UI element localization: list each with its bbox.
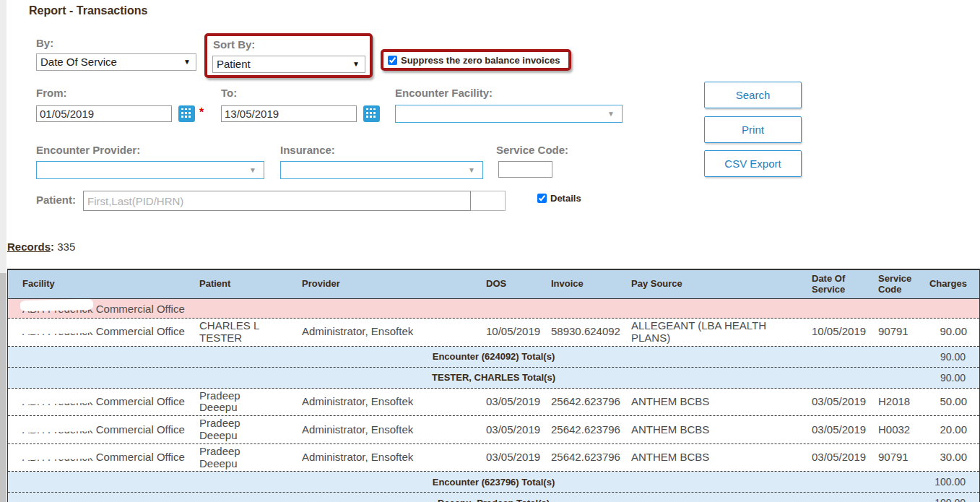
report-transactions-page: Report - Transactions By: Date Of Servic… [0,0,980,502]
col-header-pay-source: Pay Source [625,279,812,290]
print-button[interactable]: Print [704,116,802,143]
chevron-down-icon: ▼ [183,54,191,70]
chevron-down-icon: ▼ [607,105,615,122]
cell-pay-source: ANTHEM BCBS [625,396,812,408]
cell-date-of-service: 03/05/2019 [812,451,875,464]
transaction-row: ABH Frederick Commercial OfficePradeep D… [8,416,979,444]
cell-invoice: 25642.623796 [546,424,625,436]
cell-dos: 10/05/2019 [477,326,546,338]
redacted-facility-text: ABH Frederick [22,396,93,408]
chevron-down-icon: ▼ [249,162,256,178]
from-label: From: [36,87,67,99]
calendar-icon[interactable] [178,105,195,122]
cell-service-code: H0032 [875,424,923,436]
from-date-input[interactable] [36,105,172,122]
by-select[interactable]: Date Of Service ▼ [36,53,196,71]
cell-patient: Pradeep Deeepu [196,390,297,415]
cell-pay-source: ANTHEM BCBS [625,451,812,464]
calendar-icon[interactable] [363,105,380,122]
cell-facility: ABH Frederick Commercial Office [8,326,196,338]
cell-patient: Pradeep Deeepu [196,417,297,442]
highlight-box-sort-by: Sort By: Patient ▼ [204,33,373,78]
cell-patient: Pradeep Deeepu [196,446,297,470]
col-header-service-code: Service Code [875,274,923,295]
service-code-input[interactable] [498,161,552,178]
by-select-value: Date Of Service [40,56,117,68]
records-label: Records [7,241,51,253]
patient-input[interactable] [83,191,471,211]
csv-export-button[interactable]: CSV Export [704,150,802,177]
cell-pay-source: ANTHEM BCBS [625,424,812,436]
cell-service-code: H2018 [875,396,923,408]
total-row: TESTER, CHARLES Total(s)90.00 [8,368,979,389]
total-row: Encounter (623796) Total(s)100.00 [8,472,979,493]
transaction-row: ABH Frederick Commercial OfficeCHARLES L… [8,319,979,347]
page-title: Report - Transactions [29,4,147,17]
total-label: Encounter (623796) Total(s) [433,477,555,488]
group-facility-text: Commercial Office [96,303,185,315]
transaction-row: ABH Frederick Commercial OfficePradeep D… [8,389,979,417]
encounter-provider-label: Encounter Provider: [36,144,140,156]
to-date-input[interactable] [221,105,357,122]
col-header-facility: Facility [8,279,196,290]
service-code-label: Service Code: [496,144,568,156]
cell-service-code: 90791 [875,451,923,464]
cell-dos: 03/05/2019 [477,451,546,464]
total-charges: 90.00 [940,351,966,363]
transactions-table: Facility Patient Provider DOS Invoice Pa… [7,269,980,502]
cell-facility: ABH Frederick Commercial Office [8,424,196,436]
total-row: Deeepu, Pradeep Total(s)100.00 [8,493,979,502]
table-header-row: Facility Patient Provider DOS Invoice Pa… [8,270,979,299]
cell-date-of-service: 03/05/2019 [812,396,875,408]
cell-facility: ABH Frederick Commercial Office [8,451,196,464]
details-label: Details [550,193,581,204]
cell-patient: CHARLES L TESTER [196,320,297,345]
highlight-box-suppress: Suppress the zero balance invoices [381,49,571,71]
cell-charges: 50.00 [923,396,980,408]
search-button[interactable]: Search [704,82,802,108]
window-edge-strip [0,0,6,502]
col-header-provider: Provider [297,279,477,290]
suppress-zero-balance-option: Suppress the zero balance invoices [388,55,560,66]
redacted-facility-text: ABH Frederick [22,424,93,436]
cell-provider: Administrator, Ensoftek [297,326,477,338]
cell-service-code: 90791 [875,326,923,338]
sort-by-label: Sort By: [213,38,255,51]
encounter-facility-label: Encounter Facility: [395,87,493,99]
cell-provider: Administrator, Ensoftek [297,451,477,464]
to-label: To: [221,87,237,99]
patient-field-wrap [83,191,506,211]
cell-invoice: 25642.623796 [546,396,625,408]
total-charges: 100.00 [935,497,966,502]
encounter-facility-select[interactable]: ▼ [395,105,623,123]
sort-by-select[interactable]: Patient ▼ [212,56,365,73]
by-label: By: [36,37,53,49]
group-header-row: ABH Frederick Commercial Office [8,299,979,319]
cell-dos: 03/05/2019 [477,424,546,436]
encounter-provider-select[interactable]: ▼ [36,161,264,179]
suppress-zero-balance-label: Suppress the zero balance invoices [401,55,560,66]
col-header-dos: DOS [477,279,546,290]
cell-pay-source: ALLEGEANT (LBA HEALTH PLANS) [625,320,812,345]
details-option: Details [537,193,581,204]
redacted-facility-text: ABH Frederick [22,451,93,464]
suppress-zero-balance-checkbox[interactable] [388,56,397,65]
col-header-invoice: Invoice [546,279,625,290]
cell-date-of-service: 03/05/2019 [812,424,875,436]
cell-charges: 20.00 [923,424,980,436]
records-count: 335 [57,241,75,253]
total-label: TESTER, CHARLES Total(s) [432,372,555,383]
cell-charges: 30.00 [923,451,980,464]
redacted-facility-text: ABH Frederick [22,303,93,315]
redacted-facility-text: ABH Frederick [22,326,93,338]
required-asterisk: * [199,106,204,119]
cell-invoice: 25642.623796 [546,451,625,464]
sort-by-select-value: Patient [217,58,251,70]
cell-date-of-service: 10/05/2019 [812,326,875,338]
cell-charges: 90.00 [923,326,980,338]
details-checkbox[interactable] [537,194,547,203]
total-label: Encounter (624092) Total(s) [433,351,555,362]
insurance-select[interactable]: ▼ [280,161,483,179]
total-charges: 100.00 [935,476,966,488]
cell-dos: 03/05/2019 [477,396,546,408]
